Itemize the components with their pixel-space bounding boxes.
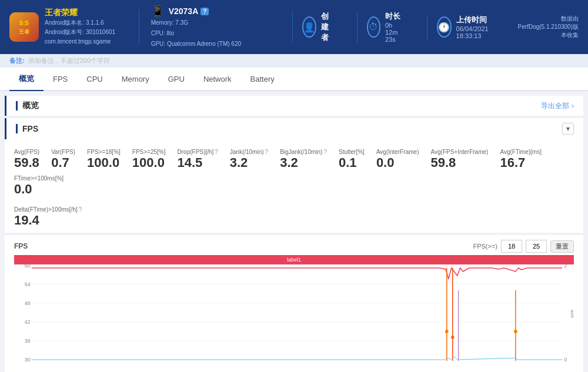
fps-chart[interactable]: label1 60 54 48 42 36 30 — [14, 255, 574, 372]
fps-threshold-label: FPS(>=) — [473, 243, 497, 250]
chart-header: FPS FPS(>=) 重置 — [14, 240, 574, 253]
game-info: 5:5王者 王者荣耀 Android版本名: 3.1.1.6 Android版本… — [9, 8, 127, 46]
svg-text:0: 0 — [564, 357, 567, 363]
collapse-button[interactable]: ▾ — [562, 123, 574, 135]
overview-title: 概览 — [22, 100, 39, 111]
divider — [139, 9, 139, 45]
fps-threshold-input-1[interactable] — [501, 240, 522, 253]
game-icon: 5:5王者 — [9, 12, 39, 42]
svg-text:60: 60 — [25, 263, 31, 269]
game-meta: Android版本名: 3.1.1.6 Android版本号: 30101060… — [45, 18, 115, 46]
stat-avg-ftime: Avg(FTime)[ms] 16.7 — [500, 146, 553, 173]
notice-bar: 备注: 添加备注，不超过200个字符 — [0, 54, 588, 68]
y-axis-left: 60 54 48 42 36 30 — [25, 263, 31, 363]
stat-jank: Jank(/10min)? 3.2 — [230, 146, 280, 173]
label-text: label1 — [287, 257, 301, 263]
stat-fps-ge-18: FPS>=18[%] 100.0 — [87, 146, 132, 173]
help-icon: ? — [323, 149, 327, 155]
stat-drop-fps: Drop(FPS)[/h]? 14.5 — [178, 146, 230, 173]
creator-icon: 👤 — [302, 16, 316, 38]
export-button[interactable]: 导出全部 › — [541, 101, 574, 111]
tab-overview[interactable]: 概览 — [9, 68, 44, 91]
stat-stutter: Stutter[%] 0.1 — [339, 146, 376, 173]
svg-text:42: 42 — [25, 319, 31, 325]
tab-gpu[interactable]: GPU — [159, 69, 194, 91]
tabs: 概览 FPS CPU Memory GPU Network Battery — [0, 68, 588, 91]
upload-text: 上传时间 06/04/2021 18:33:13 — [456, 15, 495, 39]
stat-avg-fps-interframe: Avg(FPS+InterFrame) 59.8 — [431, 146, 500, 173]
svg-text:2: 2 — [564, 263, 567, 269]
device-specs: Memory: 7.3G CPU: llto GPU: Qualcomm Adr… — [151, 18, 280, 49]
tab-battery[interactable]: Battery — [241, 69, 284, 91]
tab-network[interactable]: Network — [194, 69, 241, 91]
stat-avg-interframe: Avg(InterFrame) 0.0 — [376, 146, 431, 173]
stat-bigjank: BigJank(/10min)? 3.2 — [280, 146, 339, 173]
reset-button[interactable]: 重置 — [550, 240, 574, 253]
creator-stat: 👤 创建者 — [292, 11, 345, 43]
fps-chart-section: FPS FPS(>=) 重置 label1 — [5, 235, 583, 372]
stat-fps-ge-25: FPS>=25[%] 100.0 — [132, 146, 178, 173]
overview-section-header: 概览 导出全部 › — [5, 96, 583, 116]
chart-title: FPS — [14, 242, 28, 250]
fps-line — [32, 268, 562, 279]
svg-text:48: 48 — [25, 300, 31, 306]
fps-stats-grid: Avg(FPS) 59.8 Var(FPS) 0.7 FPS>=18[%] 10… — [5, 139, 583, 204]
tab-memory[interactable]: Memory — [112, 69, 159, 91]
stat-avg-fps: Avg(FPS) 59.8 — [14, 146, 51, 173]
help-icon: ? — [265, 149, 269, 155]
upload-stat: 🕐 上传时间 06/04/2021 18:33:13 — [427, 15, 505, 39]
chart-svg: label1 60 54 48 42 36 30 — [14, 255, 574, 372]
y-axis-right: 2 0 — [564, 263, 567, 363]
fps-section-header: FPS ▾ — [5, 118, 583, 139]
extra-stat: Delta(FTime)>100ms[/h] ? 19.4 — [5, 204, 583, 233]
grid — [32, 266, 562, 360]
header: 5:5王者 王者荣耀 Android版本名: 3.1.1.6 Android版本… — [0, 0, 588, 54]
device-name: 📱 V2073A ? — [151, 5, 280, 18]
chevron-right-icon: › — [572, 102, 574, 110]
duration-stat: ⏱ 时长 0h 12m 23s — [357, 11, 415, 43]
stat-var-fps: Var(FPS) 0.7 — [51, 146, 87, 173]
y-axis-label-right: axis — [570, 310, 574, 318]
help-icon: ? — [79, 206, 82, 213]
chart-controls: FPS(>=) 重置 — [473, 240, 574, 253]
device-info: 📱 V2073A ? Memory: 7.3G CPU: llto GPU: Q… — [151, 5, 280, 49]
tab-fps[interactable]: FPS — [44, 69, 77, 91]
main-content: 概览 导出全部 › FPS ▾ Avg(FPS) 59.8 Var(FPS) 0… — [0, 96, 588, 372]
duration-icon: ⏱ — [367, 16, 380, 38]
help-icon: ? — [215, 149, 218, 155]
game-name: 王者荣耀 — [45, 8, 115, 18]
fps-section: FPS ▾ Avg(FPS) 59.8 Var(FPS) 0.7 FPS>=18… — [5, 118, 583, 233]
interframe-line — [32, 357, 562, 360]
upload-icon: 🕐 — [437, 16, 452, 38]
stat-ftime-ge-100: FTime>=100ms[%] 0.0 — [14, 173, 75, 199]
svg-text:54: 54 — [25, 281, 31, 287]
svg-text:36: 36 — [25, 338, 31, 344]
tab-cpu[interactable]: CPU — [77, 69, 112, 91]
svg-text:30: 30 — [25, 357, 31, 363]
fps-threshold-input-2[interactable] — [526, 240, 547, 253]
fps-title: FPS — [22, 124, 38, 133]
game-text: 王者荣耀 Android版本名: 3.1.1.6 Android版本号: 301… — [45, 8, 115, 46]
data-source: 数据由PerfDog(5.1.210300)版本收集 — [516, 15, 579, 39]
duration-text: 时长 0h 12m 23s — [385, 11, 406, 43]
creator-text: 创建者 — [321, 11, 336, 43]
